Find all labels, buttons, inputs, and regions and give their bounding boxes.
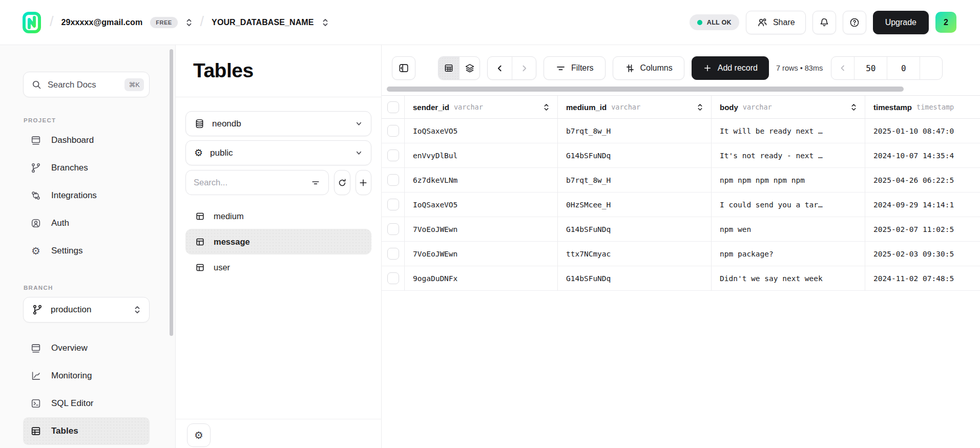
- collapse-panel-button[interactable]: [392, 56, 415, 80]
- prev-page-button[interactable]: [488, 57, 512, 79]
- notifications-button[interactable]: [812, 11, 836, 34]
- cell-sender-id[interactable]: IoQSaxeVO5: [405, 193, 558, 217]
- page-offset-field[interactable]: 0: [887, 57, 920, 79]
- sort-icon[interactable]: [543, 103, 550, 112]
- column-header-medium-id[interactable]: medium_id varchar: [558, 96, 712, 119]
- breadcrumb: / 29xxxxx@gmail.com FREE / YOUR_DATABASE…: [22, 11, 329, 34]
- column-header-body[interactable]: body varchar: [712, 96, 865, 119]
- columns-button[interactable]: Columns: [613, 56, 684, 80]
- cell-body[interactable]: It's not ready - next …: [712, 143, 865, 168]
- row-checkbox[interactable]: [387, 272, 399, 284]
- sidebar-item-monitoring[interactable]: Monitoring: [23, 362, 150, 390]
- page-size-field[interactable]: 50: [854, 57, 887, 79]
- neon-logo[interactable]: [22, 11, 42, 34]
- row-checkbox[interactable]: [387, 248, 399, 260]
- sidebar-item-label: Auth: [51, 218, 69, 228]
- cell-medium-id[interactable]: G14bSFuNDq: [558, 143, 712, 168]
- row-checkbox[interactable]: [387, 174, 399, 186]
- cell-medium-id[interactable]: ttx7NCmyac: [558, 242, 712, 266]
- help-button[interactable]: [843, 11, 866, 34]
- table-search-field[interactable]: [185, 170, 329, 195]
- pagination-next-button[interactable]: [920, 57, 942, 79]
- row-checkbox[interactable]: [387, 199, 399, 210]
- branch-section-label: BRANCH: [24, 285, 150, 291]
- cell-medium-id[interactable]: 0HzSMcee_H: [558, 193, 712, 217]
- cell-timestamp[interactable]: 2025-04-26 06:22:5: [865, 168, 980, 193]
- table-search-input[interactable]: [194, 178, 306, 187]
- filters-button[interactable]: Filters: [544, 56, 606, 80]
- project-name[interactable]: YOUR_DATABASE_NAME: [212, 18, 314, 27]
- cell-sender-id[interactable]: 6z7dkeVLNm: [405, 168, 558, 193]
- cell-timestamp[interactable]: 2025-02-07 11:02:5: [865, 217, 980, 242]
- help-icon: [849, 17, 860, 28]
- database-selector[interactable]: neondb: [185, 111, 371, 136]
- table-list-item-user[interactable]: user: [185, 254, 371, 280]
- upgrade-button[interactable]: Upgrade: [873, 11, 929, 34]
- table-list-item-message[interactable]: message: [185, 229, 371, 254]
- sidebar-item-sql-editor[interactable]: SQL Editor: [23, 390, 150, 417]
- sidebar-item-tables[interactable]: Tables: [23, 417, 150, 445]
- account-name[interactable]: 29xxxxx@gmail.com: [61, 18, 143, 27]
- cell-timestamp[interactable]: 2024-11-02 07:48:5: [865, 266, 980, 291]
- cell-sender-id[interactable]: enVvyDlBul: [405, 143, 558, 168]
- cell-body[interactable]: I could send you a tar…: [712, 193, 865, 217]
- cell-sender-id[interactable]: IoQSaxeVO5: [405, 119, 558, 143]
- sidebar-item-branches[interactable]: Branches: [23, 154, 150, 182]
- sidebar-item-label: SQL Editor: [51, 398, 94, 409]
- cell-medium-id[interactable]: G14bSFuNDq: [558, 217, 712, 242]
- cell-body[interactable]: It will be ready next …: [712, 119, 865, 143]
- cell-medium-id[interactable]: b7rqt_8w_H: [558, 168, 712, 193]
- cell-sender-id[interactable]: 7VoEoJWEwn: [405, 242, 558, 266]
- sidebar-scrollbar[interactable]: [170, 49, 173, 336]
- next-page-button[interactable]: [512, 57, 536, 79]
- project-switcher-icon[interactable]: [322, 18, 329, 27]
- row-checkbox[interactable]: [387, 150, 399, 161]
- row-checkbox[interactable]: [387, 223, 399, 235]
- pagination-prev-button[interactable]: [831, 57, 854, 79]
- sidebar-item-dashboard[interactable]: Dashboard: [23, 126, 150, 154]
- cell-body[interactable]: Didn't we say next week: [712, 266, 865, 291]
- sidebar-item-auth[interactable]: Auth: [23, 209, 150, 237]
- columns-icon: [624, 63, 635, 74]
- cell-medium-id[interactable]: b7rqt_8w_H: [558, 119, 712, 143]
- column-header-sender-id[interactable]: sender_id varchar: [405, 96, 558, 119]
- sidebar-item-overview[interactable]: Overview: [23, 334, 150, 362]
- add-table-button[interactable]: [356, 170, 372, 195]
- branch-selector[interactable]: production: [23, 297, 150, 323]
- table-icon: [195, 263, 205, 272]
- notification-count-badge[interactable]: 2: [935, 12, 956, 33]
- plus-icon: [703, 63, 712, 73]
- layers-view-button[interactable]: [459, 57, 479, 79]
- horizontal-scrollbar: [382, 87, 980, 92]
- sidebar-item-integrations[interactable]: Integrations: [23, 182, 150, 209]
- top-bar: / 29xxxxx@gmail.com FREE / YOUR_DATABASE…: [0, 0, 980, 45]
- status-badge[interactable]: ALL OK: [690, 14, 739, 30]
- add-record-button[interactable]: Add record: [692, 56, 769, 80]
- cell-timestamp[interactable]: 2025-02-03 09:30:5: [865, 242, 980, 266]
- sort-icon[interactable]: [850, 103, 857, 112]
- panel-settings-button[interactable]: ⚙: [187, 423, 211, 447]
- cell-body[interactable]: npm package?: [712, 242, 865, 266]
- sort-icon[interactable]: [697, 103, 703, 112]
- cell-timestamp[interactable]: 2025-01-10 08:47:0: [865, 119, 980, 143]
- cell-timestamp[interactable]: 2024-09-29 14:14:1: [865, 193, 980, 217]
- sidebar-item-settings[interactable]: ⚙ Settings: [23, 237, 150, 265]
- share-button[interactable]: Share: [746, 11, 806, 34]
- cell-medium-id[interactable]: G14bSFuNDq: [558, 266, 712, 291]
- column-header-timestamp[interactable]: timestamp timestamp: [865, 96, 980, 119]
- chevron-down-icon: [355, 149, 363, 157]
- cell-sender-id[interactable]: 7VoEoJWEwn: [405, 217, 558, 242]
- cell-sender-id[interactable]: 9ogaDuDNFx: [405, 266, 558, 291]
- cell-body[interactable]: npm npm npm npm npm: [712, 168, 865, 193]
- schema-selector[interactable]: ⚙ public: [185, 140, 371, 165]
- table-list-item-medium[interactable]: medium: [185, 203, 371, 229]
- select-all-checkbox[interactable]: [387, 101, 399, 113]
- refresh-button[interactable]: [334, 170, 350, 195]
- account-switcher-icon[interactable]: [185, 18, 193, 27]
- cell-timestamp[interactable]: 2024-10-07 14:35:4: [865, 143, 980, 168]
- search-docs-button[interactable]: Search Docs ⌘K: [23, 72, 150, 97]
- table-view-button[interactable]: [439, 57, 459, 79]
- horizontal-scrollbar-thumb[interactable]: [387, 87, 904, 92]
- cell-body[interactable]: npm wen: [712, 217, 865, 242]
- row-checkbox[interactable]: [387, 125, 399, 137]
